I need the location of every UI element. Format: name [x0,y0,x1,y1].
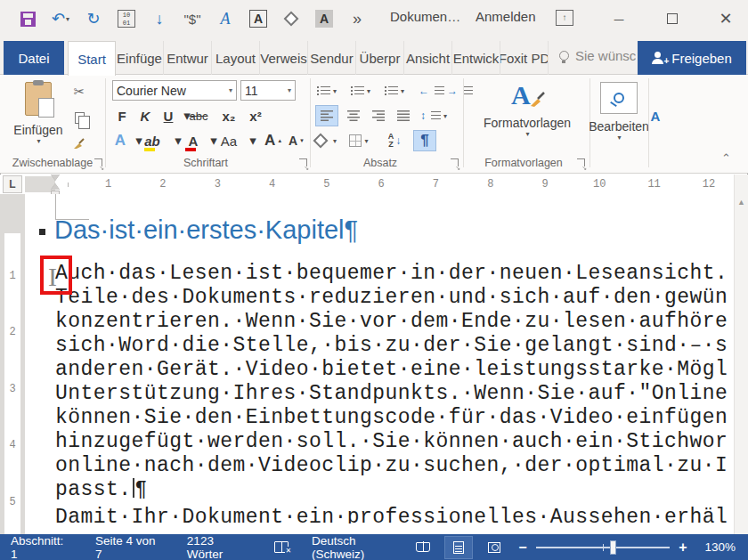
ribbon-tab[interactable]: Entwur [164,41,212,75]
ribbon-tab[interactable]: Entwick [452,41,500,75]
zoom-slider-handle[interactable] [610,540,616,555]
align-right-button[interactable] [367,105,390,126]
decrease-indent-button[interactable]: ← [419,80,444,101]
undo-button[interactable]: ↶▾ [47,5,74,32]
body-clipped-line[interactable]: Damit·Ihr·Dokument·ein·professionelles·A… [55,506,728,523]
align-center-button[interactable] [342,105,365,126]
font-dialog-launcher-icon[interactable] [299,158,307,166]
hanging-indent-marker[interactable] [51,183,60,190]
body-line[interactable]: können·Sie·den·Einbettungscode·für·das·V… [55,406,728,430]
line-spacing-button[interactable]: ↕▾ [420,105,447,126]
fill-color-button[interactable] [278,5,305,32]
redo-button[interactable]: ↻ [80,5,107,32]
text-highlight-button[interactable]: ab [142,130,162,151]
editing-dropdown-icon[interactable]: ▾ [617,134,621,142]
body-line[interactable]: Auch·das·Lesen·ist·bequemer·in·der·neuen… [55,262,728,286]
qat-overflow-button[interactable]: » [344,5,370,32]
shading-button[interactable]: ▾ [315,130,337,151]
body-line[interactable]: Unterstützung·Ihres·Standpunkts.·Wenn·Si… [55,382,728,406]
font-color-button[interactable]: A [183,130,203,151]
body-line[interactable]: konzentrieren.·Wenn·Sie·vor·dem·Ende·zu·… [55,310,728,334]
zoom-out-button[interactable]: − [516,540,529,556]
document-heading[interactable]: Das·ist·ein·erstes·Kapitel¶ [54,215,358,245]
ribbon-display-options-button[interactable]: ↑ [556,10,573,26]
ribbon-tab[interactable]: Start [68,41,116,76]
bold-button[interactable]: F [112,105,132,126]
format-painter-button[interactable] [68,134,91,153]
web-layout-button[interactable] [481,537,508,558]
sort-button[interactable]: A Z ↓ [385,130,404,151]
tab-selector-button[interactable]: L [3,175,22,193]
multilevel-list-button[interactable]: ▾ [385,80,404,101]
ribbon-tab[interactable]: Layout [212,41,260,75]
paste-button[interactable]: Einfügen ▾ [11,82,66,145]
paragraph-dialog-launcher-icon[interactable] [451,158,459,166]
text-effects-button[interactable]: A [110,130,130,151]
tell-me-box[interactable]: Sie wünsc [559,48,636,63]
line-numbers-button[interactable]: 1001 [113,5,140,32]
subscript-button[interactable]: x₂ [219,105,239,126]
currency-format-button[interactable]: "$" [179,5,206,32]
language-indicator[interactable]: Deutsch (Schweiz) [312,534,410,560]
zoom-percentage[interactable]: 130% [698,540,736,554]
body-last-line[interactable]: passt.¶ [55,478,148,502]
underline-button[interactable]: U [159,105,178,126]
proofing-errors-icon[interactable] [274,541,289,553]
styles-button[interactable]: A Formatvorlagen ▾ [472,80,582,138]
ribbon-tab[interactable]: Verweis [260,41,308,75]
strikethrough-button[interactable]: abc [189,105,208,126]
justify-button[interactable] [392,105,415,126]
body-line[interactable]: online·nach·dem·Videoclip·zu·suchen,·der… [55,454,728,478]
tab-file[interactable]: Datei [4,41,64,75]
sign-in-link[interactable]: Anmelden [476,9,536,24]
cut-button[interactable]: ✂ [68,82,91,101]
paste-dropdown-icon[interactable]: ▾ [37,137,40,145]
vertical-scrollbar[interactable]: ▲ [734,174,748,534]
section-indicator[interactable]: Abschnitt: 1 [11,534,72,560]
zoom-slider[interactable] [536,547,670,548]
numbered-list-button[interactable]: ▾ [351,80,370,101]
character-border-button[interactable]: A [245,5,272,32]
page-indicator[interactable]: Seite 4 von 7 [95,534,164,560]
download-arrow-button[interactable]: ↓ [146,5,173,32]
undo-dropdown-icon[interactable]: ▾ [66,15,69,23]
maximize-button[interactable] [652,0,693,37]
font-name-combo[interactable]: Courier New▾ [112,80,237,101]
italic-button[interactable]: K [135,105,155,126]
shrink-font-button[interactable]: A [287,130,306,151]
character-shading-button[interactable]: A [311,5,337,32]
borders-button[interactable]: ▾ [349,130,369,151]
body-line[interactable]: sich·Word·die·Stelle,·bis·zu·der·Sie·gel… [55,334,728,358]
scroll-up-icon[interactable]: ▲ [737,198,745,207]
font-style-button[interactable]: A [212,5,239,32]
print-layout-button[interactable] [445,537,472,558]
copy-button[interactable] [68,108,91,127]
word-count[interactable]: 2123 Wörter [187,534,252,560]
body-line[interactable]: hinzugefügt·werden·soll.·Sie·können·auch… [55,430,728,454]
ribbon-tab[interactable]: Foxit PD [500,41,549,75]
save-button[interactable] [14,5,41,32]
body-line[interactable]: Teile·des·Dokuments·reduzieren·und·sich·… [55,286,728,310]
clipboard-dialog-launcher-icon[interactable] [94,158,102,166]
ribbon-tab[interactable]: Überpr [356,41,404,75]
collapse-ribbon-button[interactable]: ⌃ [721,151,731,165]
first-line-indent-marker[interactable] [51,174,60,181]
close-button[interactable]: ✕ [705,0,746,37]
page-text[interactable]: Das·ist·ein·erstes·Kapitel¶ Auch·das·Les… [0,194,734,523]
font-size-combo[interactable]: 11▾ [240,80,296,101]
body-line[interactable]: anderen·Gerät.·Video·bietet·eine·leistun… [55,358,728,382]
minimize-button[interactable]: ─ [598,0,639,37]
align-left-button[interactable] [315,105,338,126]
ribbon-tab[interactable]: Ansicht [404,41,452,75]
change-case-button[interactable]: Aa [219,130,239,151]
read-mode-button[interactable] [410,537,436,558]
increase-indent-button[interactable]: → [447,80,473,101]
editing-button[interactable]: Bearbeiten ▾ [595,82,643,142]
superscript-button[interactable]: x² [246,105,265,126]
ribbon-tab[interactable]: Einfüge [116,41,164,75]
share-button[interactable]: + Freigeben [638,41,746,75]
bullet-list-button[interactable]: ▾ [317,80,337,101]
change-case-dropdown-icon[interactable]: ▾ [243,130,263,151]
ribbon-tab[interactable]: Sendur [308,41,356,75]
show-formatting-marks-button[interactable]: ¶ [413,130,436,151]
